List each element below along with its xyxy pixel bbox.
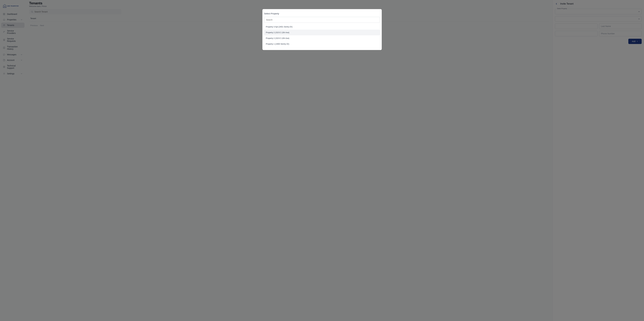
modal-search-input[interactable] bbox=[266, 19, 378, 21]
select-property-modal: Select Property Property 3 Apt (2401 Sen… bbox=[262, 9, 382, 50]
modal-search-wrapper[interactable] bbox=[264, 17, 380, 23]
modal-overlay[interactable]: Select Property Property 3 Apt (2401 Sen… bbox=[0, 0, 644, 321]
property-list: Property 3 Apt (2401 Sentry Dr)Property … bbox=[264, 24, 380, 47]
property-list-item[interactable]: Property 3 Apt (2401 Sentry Dr) bbox=[264, 24, 380, 30]
property-list-item[interactable]: Property 2 (315 E 12th Ave) bbox=[264, 35, 380, 41]
modal-title: Select Property bbox=[264, 12, 380, 17]
property-list-item[interactable]: Property 1 (2400 Sentry Dr) bbox=[264, 41, 380, 47]
property-list-item[interactable]: Property 2 (315 E 12th Ave) bbox=[264, 30, 380, 35]
